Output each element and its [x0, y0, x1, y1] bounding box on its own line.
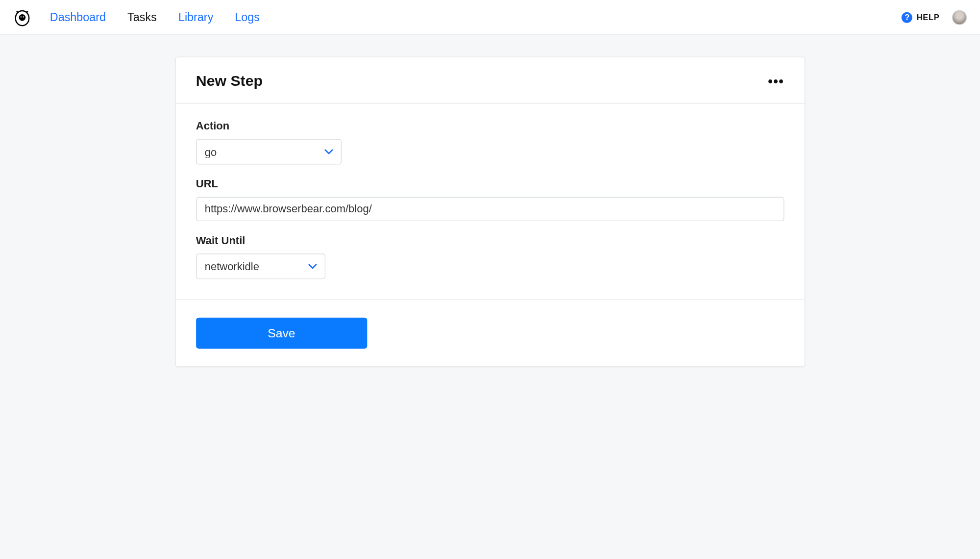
- nav-dashboard[interactable]: Dashboard: [50, 10, 106, 24]
- top-navigation: Dashboard Tasks Library Logs ? HELP: [0, 0, 980, 35]
- field-wait-until: Wait Until networkidle: [196, 235, 784, 280]
- user-avatar[interactable]: [952, 10, 966, 25]
- wait-until-label: Wait Until: [196, 235, 784, 247]
- svg-point-2: [26, 11, 28, 13]
- nav-tasks[interactable]: Tasks: [127, 10, 157, 24]
- svg-point-4: [21, 16, 22, 17]
- card-body: Action go URL Wait Until: [176, 104, 805, 300]
- card-title: New Step: [196, 72, 263, 90]
- wait-until-select[interactable]: networkidle: [196, 254, 325, 279]
- svg-point-3: [19, 14, 26, 21]
- action-select[interactable]: go: [196, 139, 342, 164]
- field-url: URL: [196, 178, 784, 221]
- help-icon: ?: [902, 12, 912, 23]
- field-action: Action go: [196, 120, 784, 165]
- help-label: HELP: [917, 12, 940, 22]
- nav-library[interactable]: Library: [178, 10, 213, 24]
- nav-links: Dashboard Tasks Library Logs: [50, 10, 260, 24]
- url-label: URL: [196, 178, 784, 190]
- url-input[interactable]: [196, 197, 784, 222]
- svg-point-1: [16, 11, 18, 13]
- save-button[interactable]: Save: [196, 318, 367, 349]
- bear-logo-icon: [14, 8, 31, 26]
- action-label: Action: [196, 120, 784, 132]
- more-options-icon[interactable]: •••: [768, 74, 784, 88]
- new-step-card: New Step ••• Action go URL: [175, 57, 805, 367]
- card-footer: Save: [176, 300, 805, 366]
- svg-point-5: [23, 16, 24, 17]
- app-logo[interactable]: [14, 8, 31, 26]
- nav-logs[interactable]: Logs: [235, 10, 260, 24]
- help-link[interactable]: ? HELP: [902, 12, 939, 23]
- card-header: New Step •••: [176, 57, 805, 104]
